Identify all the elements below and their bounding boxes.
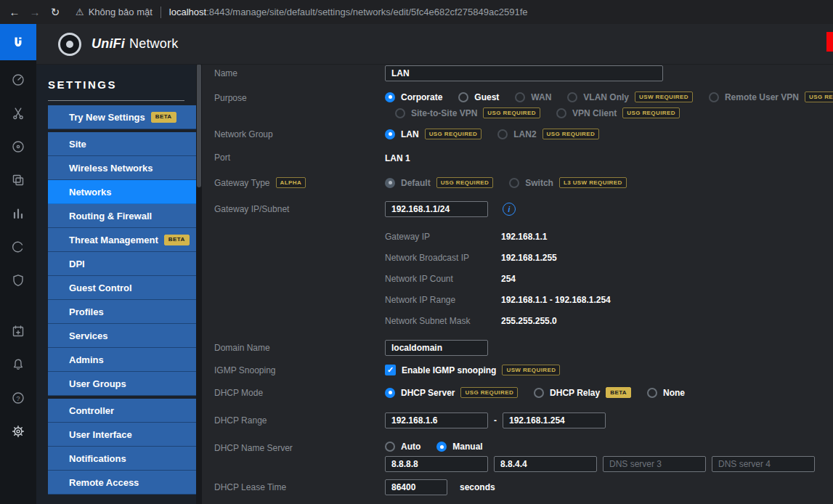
tools-icon[interactable] [0, 97, 36, 130]
usg-required-badge: USG REQUIRED [543, 129, 600, 139]
sidebar-item-site[interactable]: Site [48, 132, 196, 156]
info-label: Network IP Range [385, 295, 501, 305]
option-label: Default [401, 178, 431, 188]
bell-icon[interactable] [0, 348, 36, 381]
field-label: Port [214, 153, 385, 163]
network-info-block: Gateway IP 192.168.1.1 Network Broadcast… [214, 226, 833, 331]
form-row-dhcp-range: DHCP Range - [214, 412, 833, 428]
unifi-logo[interactable] [0, 24, 36, 60]
app-title-unifi: UniFi [92, 36, 125, 51]
forward-icon[interactable]: → [25, 6, 45, 18]
field-label: DHCP Range [214, 415, 385, 426]
sidebar-item-notifications[interactable]: Notifications [48, 447, 196, 471]
sidebar-item-user-interface[interactable]: User Interface [48, 423, 196, 447]
url-host: localhost [169, 7, 206, 17]
security-warning-text[interactable]: Không bảo mật [89, 7, 153, 17]
sidebar-item-try-new-settings[interactable]: Try New Settings BETA [48, 105, 196, 129]
sidebar-item-threat-management[interactable]: Threat Management BETA [48, 228, 196, 252]
lease-time-suffix: seconds [460, 482, 495, 492]
dns-server-4-input[interactable] [712, 456, 815, 472]
sidebar-item-admins[interactable]: Admins [48, 348, 196, 372]
dns-server-1-input[interactable] [385, 456, 488, 472]
scrollbar-thumb[interactable] [197, 64, 201, 187]
field-label: Gateway Type ALPHA [214, 177, 385, 188]
sidebar-item-label: Notifications [69, 453, 126, 464]
radio-disabled-icon [556, 108, 566, 118]
dhcp-mode-option-relay[interactable]: DHCP Relay BETA [534, 387, 631, 398]
back-icon[interactable]: ← [4, 6, 25, 18]
dhcp-mode-option-none[interactable]: None [647, 388, 685, 398]
dns-option-manual[interactable]: Manual [436, 442, 482, 452]
form-row-network-group: Network Group LAN USG REQUIRED LAN2 USG … [214, 129, 833, 139]
sidebar-item-user-groups[interactable]: User Groups [48, 372, 196, 396]
purpose-option-remote-user-vpn[interactable]: Remote User VPN USG REQUIRED [709, 92, 833, 102]
purpose-option-site-to-site-vpn[interactable]: Site-to-Site VPN USG REQUIRED [395, 107, 540, 118]
usg-required-badge: USG REQUIRED [805, 92, 833, 102]
dhcp-lease-time-input[interactable] [385, 479, 447, 495]
security-warning-icon[interactable]: ⚠ [76, 7, 84, 17]
gear-icon[interactable] [0, 415, 36, 448]
bar-chart-icon[interactable] [0, 197, 36, 230]
refresh-icon[interactable]: ↻ [45, 6, 65, 19]
gateway-type-option-switch[interactable]: Switch L3 USW REQUIRED [509, 177, 626, 188]
info-row-subnet-mask: Network Subnet Mask 255.255.255.0 [385, 310, 833, 331]
dhcp-mode-option-server[interactable]: DHCP Server USG REQUIRED [385, 387, 518, 398]
sidebar-item-routing-firewall[interactable]: Routing & Firewall [48, 204, 196, 228]
app-title-network: Network [129, 36, 178, 51]
dns-option-auto[interactable]: Auto [385, 442, 420, 452]
info-icon[interactable] [503, 203, 516, 216]
option-label: WAN [531, 92, 551, 102]
gateway-type-option-default[interactable]: Default USG REQUIRED [385, 177, 493, 188]
url-divider [160, 7, 161, 18]
devices-icon[interactable] [0, 163, 36, 197]
shield-icon[interactable] [0, 264, 36, 297]
purpose-option-wan[interactable]: WAN [515, 92, 551, 102]
purpose-option-vlan-only[interactable]: VLAN Only USW REQUIRED [567, 92, 693, 102]
info-value: 192.168.1.1 [501, 232, 547, 242]
dns-server-2-input[interactable] [494, 456, 597, 472]
address-bar[interactable]: localhost:8443/manage/site/default/setti… [169, 7, 528, 17]
gauge-icon[interactable] [0, 63, 36, 97]
igmp-snooping-checkbox[interactable]: Enable IGMP snooping USW REQUIRED [385, 365, 560, 375]
domain-name-input[interactable] [385, 340, 488, 356]
radio-icon [534, 388, 544, 398]
purpose-option-guest[interactable]: Guest [458, 92, 499, 102]
beta-badge: BETA [164, 235, 190, 245]
gateway-ip-subnet-input[interactable] [385, 201, 488, 217]
purpose-option-corporate[interactable]: Corporate [385, 92, 442, 102]
arc-icon[interactable] [0, 230, 36, 264]
dns-server-3-input[interactable] [603, 456, 706, 472]
sidebar-item-wireless-networks[interactable]: Wireless Networks [48, 156, 196, 180]
sidebar-item-dpi[interactable]: DPI [48, 252, 196, 276]
calendar-icon[interactable] [0, 314, 36, 348]
form-row-dhcp-name-server: DHCP Name Server Auto Manual [214, 442, 833, 472]
info-label: Gateway IP [385, 232, 501, 242]
radio-icon [385, 442, 395, 452]
dhcp-range-start-input[interactable] [385, 412, 488, 428]
sidebar-item-remote-access[interactable]: Remote Access [48, 471, 196, 495]
radio-selected-disabled-icon [385, 178, 395, 188]
sidebar-item-controller[interactable]: Controller [48, 399, 196, 423]
disc-icon[interactable] [0, 130, 36, 163]
sidebar-item-guest-control[interactable]: Guest Control [48, 276, 196, 300]
option-label: Manual [452, 442, 482, 452]
usg-required-badge: USG REQUIRED [460, 387, 518, 398]
option-label: Site-to-Site VPN [411, 108, 477, 118]
help-icon[interactable]: ? [0, 381, 36, 415]
sidebar-item-networks[interactable]: Networks [48, 180, 196, 204]
name-input[interactable] [385, 65, 663, 81]
network-group-option-lan[interactable]: LAN USG REQUIRED [385, 129, 481, 139]
radio-icon [647, 388, 657, 398]
content-scrollbar[interactable] [196, 64, 202, 504]
purpose-option-vpn-client[interactable]: VPN Client USG REQUIRED [556, 107, 680, 118]
sidebar-item-services[interactable]: Services [48, 324, 196, 348]
info-row-ip-range: Network IP Range 192.168.1.1 - 192.168.1… [385, 289, 833, 310]
option-label: DHCP Relay [550, 388, 600, 398]
form-row-igmp-snooping: IGMP Snooping Enable IGMP snooping USW R… [214, 365, 833, 375]
info-label: Network Subnet Mask [385, 316, 501, 326]
svg-text:?: ? [16, 394, 20, 402]
sidebar-item-profiles[interactable]: Profiles [48, 300, 196, 324]
network-group-option-lan2[interactable]: LAN2 USG REQUIRED [497, 129, 599, 139]
dhcp-range-end-input[interactable] [503, 412, 606, 428]
field-label: DHCP Lease Time [214, 482, 385, 492]
